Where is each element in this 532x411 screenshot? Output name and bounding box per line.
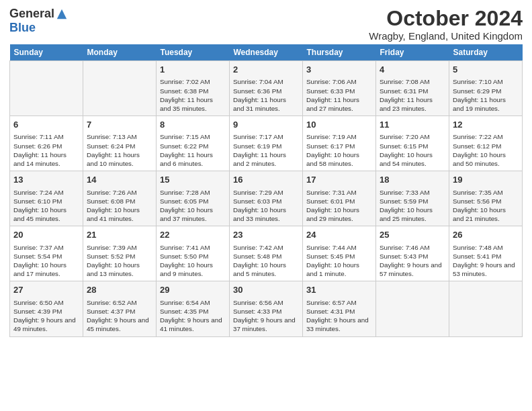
cell-info: Sunrise: 7:20 AM Sunset: 6:15 PM Dayligh… bbox=[380, 132, 445, 168]
cell-info: Sunrise: 7:04 AM Sunset: 6:36 PM Dayligh… bbox=[233, 77, 299, 113]
cell-info: Sunrise: 7:39 AM Sunset: 5:52 PM Dayligh… bbox=[87, 243, 152, 279]
day-number: 3 bbox=[306, 64, 372, 76]
calendar-cell-4-6 bbox=[449, 281, 523, 336]
logo: General Blue bbox=[9, 7, 68, 35]
calendar-cell-3-5: 25Sunrise: 7:46 AM Sunset: 5:43 PM Dayli… bbox=[376, 226, 449, 281]
calendar-cell-3-4: 24Sunrise: 7:44 AM Sunset: 5:45 PM Dayli… bbox=[303, 226, 376, 281]
calendar-cell-1-2: 8Sunrise: 7:15 AM Sunset: 6:22 PM Daylig… bbox=[157, 116, 230, 171]
page-container: General Blue October 2024 Wragby, Englan… bbox=[0, 0, 532, 344]
calendar-cell-2-0: 13Sunrise: 7:24 AM Sunset: 6:10 PM Dayli… bbox=[10, 171, 83, 226]
header-tuesday: Tuesday bbox=[157, 44, 230, 61]
day-number: 5 bbox=[453, 64, 519, 76]
calendar-cell-3-0: 20Sunrise: 7:37 AM Sunset: 5:54 PM Dayli… bbox=[10, 226, 83, 281]
day-number: 24 bbox=[306, 229, 372, 241]
cell-info: Sunrise: 7:24 AM Sunset: 6:10 PM Dayligh… bbox=[13, 188, 79, 224]
month-title: October 2024 bbox=[369, 7, 523, 30]
calendar-cell-2-1: 14Sunrise: 7:26 AM Sunset: 6:08 PM Dayli… bbox=[83, 171, 157, 226]
cell-info: Sunrise: 7:48 AM Sunset: 5:41 PM Dayligh… bbox=[453, 243, 519, 279]
day-number: 10 bbox=[306, 119, 372, 131]
calendar-cell-1-3: 9Sunrise: 7:17 AM Sunset: 6:19 PM Daylig… bbox=[230, 116, 303, 171]
cell-info: Sunrise: 7:37 AM Sunset: 5:54 PM Dayligh… bbox=[13, 243, 79, 279]
day-number: 13 bbox=[13, 174, 79, 186]
logo-general-text: General bbox=[9, 7, 54, 21]
cell-info: Sunrise: 6:56 AM Sunset: 4:33 PM Dayligh… bbox=[233, 298, 299, 334]
header-monday: Monday bbox=[83, 44, 157, 61]
header-wednesday: Wednesday bbox=[230, 44, 303, 61]
cell-info: Sunrise: 7:46 AM Sunset: 5:43 PM Dayligh… bbox=[380, 243, 445, 279]
logo-blue-text: Blue bbox=[9, 21, 36, 35]
day-number: 31 bbox=[306, 284, 372, 296]
day-number: 17 bbox=[306, 174, 372, 186]
day-number: 22 bbox=[160, 229, 226, 241]
calendar-cell-4-4: 31Sunrise: 6:57 AM Sunset: 4:31 PM Dayli… bbox=[303, 281, 376, 336]
cell-info: Sunrise: 7:42 AM Sunset: 5:48 PM Dayligh… bbox=[233, 243, 299, 279]
calendar-cell-1-5: 11Sunrise: 7:20 AM Sunset: 6:15 PM Dayli… bbox=[376, 116, 449, 171]
calendar-cell-0-2: 1Sunrise: 7:02 AM Sunset: 6:38 PM Daylig… bbox=[157, 61, 230, 116]
day-number: 21 bbox=[87, 229, 152, 241]
logo-icon bbox=[56, 8, 68, 20]
calendar-cell-2-6: 19Sunrise: 7:35 AM Sunset: 5:56 PM Dayli… bbox=[449, 171, 523, 226]
day-number: 11 bbox=[380, 119, 445, 131]
cell-info: Sunrise: 6:54 AM Sunset: 4:35 PM Dayligh… bbox=[160, 298, 226, 334]
calendar-cell-0-0 bbox=[10, 61, 83, 116]
calendar-table: Sunday Monday Tuesday Wednesday Thursday… bbox=[9, 44, 523, 336]
calendar-week-1: 6Sunrise: 7:11 AM Sunset: 6:26 PM Daylig… bbox=[10, 116, 523, 171]
cell-info: Sunrise: 7:31 AM Sunset: 6:01 PM Dayligh… bbox=[306, 188, 372, 224]
cell-info: Sunrise: 7:35 AM Sunset: 5:56 PM Dayligh… bbox=[453, 188, 519, 224]
cell-info: Sunrise: 7:17 AM Sunset: 6:19 PM Dayligh… bbox=[233, 132, 299, 168]
calendar-cell-0-3: 2Sunrise: 7:04 AM Sunset: 6:36 PM Daylig… bbox=[230, 61, 303, 116]
cell-info: Sunrise: 7:13 AM Sunset: 6:24 PM Dayligh… bbox=[87, 132, 152, 168]
day-number: 9 bbox=[233, 119, 299, 131]
cell-info: Sunrise: 7:02 AM Sunset: 6:38 PM Dayligh… bbox=[160, 77, 226, 113]
calendar-header-row: Sunday Monday Tuesday Wednesday Thursday… bbox=[10, 44, 523, 61]
day-number: 23 bbox=[233, 229, 299, 241]
day-number: 27 bbox=[13, 284, 79, 296]
day-number: 8 bbox=[160, 119, 226, 131]
calendar-cell-3-2: 22Sunrise: 7:41 AM Sunset: 5:50 PM Dayli… bbox=[157, 226, 230, 281]
calendar-cell-2-2: 15Sunrise: 7:28 AM Sunset: 6:05 PM Dayli… bbox=[157, 171, 230, 226]
calendar-cell-4-1: 28Sunrise: 6:52 AM Sunset: 4:37 PM Dayli… bbox=[83, 281, 157, 336]
calendar-cell-4-0: 27Sunrise: 6:50 AM Sunset: 4:39 PM Dayli… bbox=[10, 281, 83, 336]
location: Wragby, England, United Kingdom bbox=[369, 30, 523, 42]
calendar-cell-4-3: 30Sunrise: 6:56 AM Sunset: 4:33 PM Dayli… bbox=[230, 281, 303, 336]
cell-info: Sunrise: 7:41 AM Sunset: 5:50 PM Dayligh… bbox=[160, 243, 226, 279]
header: General Blue October 2024 Wragby, Englan… bbox=[9, 7, 523, 42]
title-block: October 2024 Wragby, England, United Kin… bbox=[369, 7, 523, 42]
cell-info: Sunrise: 7:11 AM Sunset: 6:26 PM Dayligh… bbox=[13, 132, 79, 168]
cell-info: Sunrise: 6:50 AM Sunset: 4:39 PM Dayligh… bbox=[13, 298, 79, 334]
calendar-cell-0-4: 3Sunrise: 7:06 AM Sunset: 6:33 PM Daylig… bbox=[303, 61, 376, 116]
calendar-cell-2-5: 18Sunrise: 7:33 AM Sunset: 5:59 PM Dayli… bbox=[376, 171, 449, 226]
cell-info: Sunrise: 6:57 AM Sunset: 4:31 PM Dayligh… bbox=[306, 298, 372, 334]
day-number: 20 bbox=[13, 229, 79, 241]
calendar-cell-4-2: 29Sunrise: 6:54 AM Sunset: 4:35 PM Dayli… bbox=[157, 281, 230, 336]
cell-info: Sunrise: 7:22 AM Sunset: 6:12 PM Dayligh… bbox=[453, 132, 519, 168]
day-number: 19 bbox=[453, 174, 519, 186]
day-number: 7 bbox=[87, 119, 152, 131]
day-number: 18 bbox=[380, 174, 445, 186]
day-number: 15 bbox=[160, 174, 226, 186]
calendar-body: 1Sunrise: 7:02 AM Sunset: 6:38 PM Daylig… bbox=[10, 61, 523, 336]
cell-info: Sunrise: 7:19 AM Sunset: 6:17 PM Dayligh… bbox=[306, 132, 372, 168]
calendar-cell-0-5: 4Sunrise: 7:08 AM Sunset: 6:31 PM Daylig… bbox=[376, 61, 449, 116]
calendar-cell-2-4: 17Sunrise: 7:31 AM Sunset: 6:01 PM Dayli… bbox=[303, 171, 376, 226]
day-number: 1 bbox=[160, 64, 226, 76]
calendar-week-2: 13Sunrise: 7:24 AM Sunset: 6:10 PM Dayli… bbox=[10, 171, 523, 226]
day-number: 2 bbox=[233, 64, 299, 76]
header-friday: Friday bbox=[376, 44, 449, 61]
cell-info: Sunrise: 7:26 AM Sunset: 6:08 PM Dayligh… bbox=[87, 188, 152, 224]
calendar-cell-1-6: 12Sunrise: 7:22 AM Sunset: 6:12 PM Dayli… bbox=[449, 116, 523, 171]
day-number: 28 bbox=[87, 284, 152, 296]
day-number: 29 bbox=[160, 284, 226, 296]
calendar-week-4: 27Sunrise: 6:50 AM Sunset: 4:39 PM Dayli… bbox=[10, 281, 523, 336]
cell-info: Sunrise: 7:29 AM Sunset: 6:03 PM Dayligh… bbox=[233, 188, 299, 224]
day-number: 4 bbox=[380, 64, 445, 76]
day-number: 6 bbox=[13, 119, 79, 131]
calendar-week-3: 20Sunrise: 7:37 AM Sunset: 5:54 PM Dayli… bbox=[10, 226, 523, 281]
day-number: 25 bbox=[380, 229, 445, 241]
calendar-cell-0-6: 5Sunrise: 7:10 AM Sunset: 6:29 PM Daylig… bbox=[449, 61, 523, 116]
calendar-cell-0-1 bbox=[83, 61, 157, 116]
day-number: 14 bbox=[87, 174, 152, 186]
cell-info: Sunrise: 7:08 AM Sunset: 6:31 PM Dayligh… bbox=[380, 77, 445, 113]
cell-info: Sunrise: 7:28 AM Sunset: 6:05 PM Dayligh… bbox=[160, 188, 226, 224]
calendar-cell-2-3: 16Sunrise: 7:29 AM Sunset: 6:03 PM Dayli… bbox=[230, 171, 303, 226]
